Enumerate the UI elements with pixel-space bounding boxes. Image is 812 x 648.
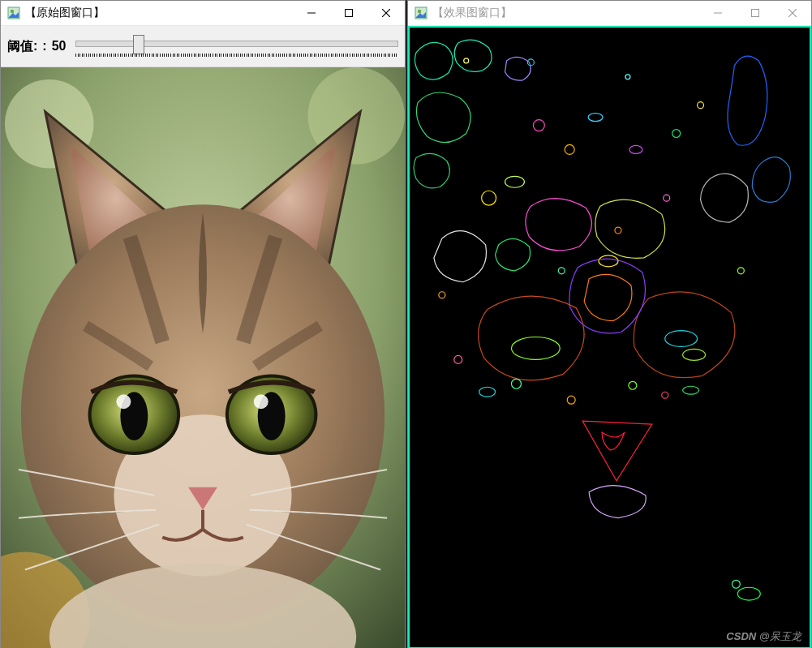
svg-point-38 <box>454 355 462 363</box>
svg-rect-22 <box>752 10 759 17</box>
cat-illustration <box>1 67 405 648</box>
svg-point-17 <box>254 394 269 409</box>
close-icon <box>382 6 390 20</box>
svg-point-51 <box>737 268 744 274</box>
titlebar-result[interactable]: 【效果图窗口】 <box>408 1 811 26</box>
result-image-area: CSDN @呆玉龙 <box>408 26 811 648</box>
window-result: 【效果图窗口】 <box>407 0 812 648</box>
app-icon <box>415 6 427 19</box>
trackbar-label-sep: : <box>42 39 46 54</box>
trackbar-label: 阈值: <box>7 38 37 55</box>
maximize-button[interactable] <box>330 1 367 25</box>
window-original: 【原始图窗口】 阈值: : 50 <box>0 0 406 648</box>
threshold-slider[interactable] <box>75 32 398 60</box>
svg-point-33 <box>511 337 560 360</box>
svg-point-20 <box>418 10 421 13</box>
original-image <box>1 67 405 648</box>
svg-point-50 <box>439 292 445 298</box>
svg-point-44 <box>737 587 760 600</box>
svg-point-32 <box>698 102 704 109</box>
original-image-area <box>1 67 405 648</box>
svg-rect-3 <box>346 10 353 17</box>
svg-point-39 <box>511 379 521 388</box>
svg-point-40 <box>567 396 575 404</box>
minimize-icon <box>714 6 722 20</box>
watermark-author: 呆玉龙 <box>770 630 801 642</box>
maximize-button[interactable] <box>737 1 774 25</box>
svg-point-41 <box>629 381 637 389</box>
window-controls-result <box>699 1 811 25</box>
svg-point-25 <box>533 120 544 131</box>
svg-point-26 <box>565 144 574 154</box>
contour-canvas <box>410 28 810 647</box>
slider-thumb[interactable] <box>133 35 144 54</box>
title-result: 【效果图窗口】 <box>432 6 699 20</box>
svg-point-49 <box>558 268 565 274</box>
title-original: 【原始图窗口】 <box>25 6 293 20</box>
watermark: CSDN @呆玉龙 <box>726 629 801 644</box>
svg-point-52 <box>615 227 621 234</box>
maximize-icon <box>345 6 353 20</box>
window-controls-original <box>293 1 405 25</box>
watermark-at: @ <box>759 630 770 642</box>
svg-point-46 <box>464 58 469 63</box>
minimize-button[interactable] <box>699 1 737 25</box>
maximize-icon <box>751 6 759 20</box>
svg-point-27 <box>482 191 496 205</box>
threshold-trackbar: 阈值: : 50 <box>1 26 405 67</box>
slider-ticks <box>75 54 398 57</box>
minimize-button[interactable] <box>293 1 330 25</box>
trackbar-value: 50 <box>52 39 67 54</box>
titlebar-original[interactable]: 【原始图窗口】 <box>1 1 405 26</box>
svg-point-35 <box>683 349 706 360</box>
result-image: CSDN @呆玉龙 <box>408 26 811 648</box>
svg-point-37 <box>479 387 496 397</box>
close-icon <box>788 6 797 20</box>
svg-point-1 <box>11 10 14 13</box>
close-button[interactable] <box>774 1 811 25</box>
svg-point-29 <box>588 114 603 122</box>
svg-point-34 <box>665 331 698 347</box>
svg-point-31 <box>672 130 681 138</box>
svg-point-47 <box>625 75 630 79</box>
minimize-icon <box>307 6 316 20</box>
desktop: 【原始图窗口】 阈值: : 50 <box>0 0 812 648</box>
svg-point-28 <box>505 176 525 187</box>
slider-track <box>75 41 398 47</box>
svg-point-36 <box>599 255 618 267</box>
svg-point-16 <box>116 394 131 409</box>
watermark-site: CSDN <box>726 630 756 642</box>
svg-point-43 <box>683 386 699 394</box>
app-icon <box>7 6 20 19</box>
svg-point-45 <box>732 580 740 588</box>
close-button[interactable] <box>367 1 405 25</box>
svg-point-48 <box>664 195 670 201</box>
svg-point-30 <box>629 145 642 153</box>
svg-point-42 <box>662 392 668 398</box>
